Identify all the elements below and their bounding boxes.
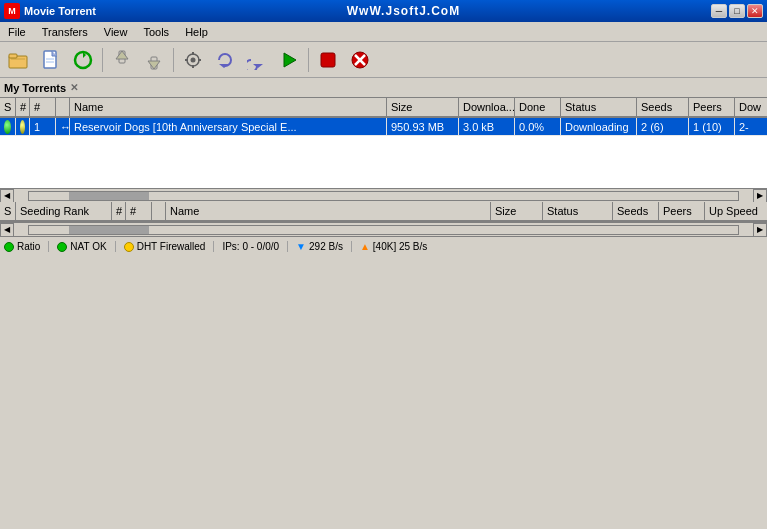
title-bar-left: M Movie Torrent bbox=[4, 3, 96, 19]
down-speed: 292 B/s bbox=[309, 241, 343, 252]
row-peers: 1 (10) bbox=[689, 118, 735, 135]
dht-label: DHT Firewalled bbox=[137, 241, 206, 252]
svg-point-12 bbox=[191, 57, 196, 62]
ratio-section: Ratio bbox=[4, 241, 49, 252]
col-hash[interactable]: # bbox=[16, 98, 30, 116]
menu-file[interactable]: File bbox=[0, 24, 34, 40]
upper-scroll-track[interactable] bbox=[28, 191, 739, 201]
menu-transfers[interactable]: Transfers bbox=[34, 24, 96, 40]
col-download-speed[interactable]: Downloa... bbox=[459, 98, 515, 116]
col-dow[interactable]: Dow bbox=[735, 98, 767, 116]
row-seeds: 2 (6) bbox=[637, 118, 689, 135]
menu-view[interactable]: View bbox=[96, 24, 136, 40]
toolbar-separator-1 bbox=[102, 48, 103, 72]
close-button[interactable]: ✕ bbox=[747, 4, 763, 18]
settings-button[interactable] bbox=[178, 46, 208, 74]
row-name: Reservoir Dogs [10th Anniversary Special… bbox=[70, 118, 387, 135]
lower-scroll-right-arrow[interactable]: ▶ bbox=[753, 223, 767, 237]
col-seeds[interactable]: Seeds bbox=[637, 98, 689, 116]
upper-scrollbar[interactable]: ◀ ▶ bbox=[0, 188, 767, 202]
lower-col-num[interactable]: # bbox=[126, 202, 152, 220]
svg-marker-18 bbox=[253, 64, 263, 68]
maximize-button[interactable]: □ bbox=[729, 4, 745, 18]
col-name[interactable]: Name bbox=[70, 98, 387, 116]
panel-close-button[interactable]: ✕ bbox=[70, 82, 78, 93]
lower-scroll-left-arrow[interactable]: ◀ bbox=[0, 223, 14, 237]
scroll-left-arrow[interactable]: ◀ bbox=[0, 189, 14, 203]
table-row[interactable]: 1 ↔ Reservoir Dogs [10th Anniversary Spe… bbox=[0, 118, 767, 136]
row-size: 950.93 MB bbox=[387, 118, 459, 135]
forward-button[interactable] bbox=[242, 46, 272, 74]
toolbar-separator-2 bbox=[173, 48, 174, 72]
upper-torrent-table: S # # Name Size Downloa... Done Status S… bbox=[0, 98, 767, 188]
dht-dot bbox=[124, 242, 134, 252]
row-dow: 2- bbox=[735, 118, 767, 135]
delete-button[interactable] bbox=[345, 46, 375, 74]
lower-col-hash[interactable]: # bbox=[112, 202, 126, 220]
down-arrow-icon: ▼ bbox=[296, 241, 306, 252]
yellow-status-icon bbox=[20, 120, 25, 134]
col-done[interactable]: Done bbox=[515, 98, 561, 116]
app-icon: M bbox=[4, 3, 20, 19]
col-s[interactable]: S bbox=[0, 98, 16, 116]
lower-scrollbar[interactable]: ◀ ▶ bbox=[0, 222, 767, 236]
upper-table-header: S # # Name Size Downloa... Done Status S… bbox=[0, 98, 767, 118]
svg-marker-10 bbox=[148, 61, 160, 69]
menu-help[interactable]: Help bbox=[177, 24, 216, 40]
up-arrow-icon: ▲ bbox=[360, 241, 370, 252]
nat-label: NAT OK bbox=[70, 241, 106, 252]
scroll-right-arrow[interactable]: ▶ bbox=[753, 189, 767, 203]
new-button[interactable] bbox=[36, 46, 66, 74]
nat-section: NAT OK bbox=[57, 241, 115, 252]
row-status: Downloading bbox=[561, 118, 637, 135]
svg-rect-1 bbox=[9, 54, 17, 58]
lower-col-seeds[interactable]: Seeds bbox=[613, 202, 659, 220]
svg-marker-19 bbox=[284, 53, 296, 67]
svg-marker-8 bbox=[116, 51, 128, 59]
app-title: Movie Torrent bbox=[24, 5, 96, 17]
up-speed-section: ▲ [40K] 25 B/s bbox=[360, 241, 435, 252]
status-bar: Ratio NAT OK DHT Firewalled IPs: 0 - 0/0… bbox=[0, 236, 767, 256]
menu-tools[interactable]: Tools bbox=[135, 24, 177, 40]
upload-up-button[interactable] bbox=[107, 46, 137, 74]
refresh-button[interactable] bbox=[68, 46, 98, 74]
open-file-button[interactable] bbox=[4, 46, 34, 74]
dht-section: DHT Firewalled bbox=[124, 241, 215, 252]
col-peers[interactable]: Peers bbox=[689, 98, 735, 116]
toolbar-separator-3 bbox=[308, 48, 309, 72]
lower-panel: S Seeding Rank # # Name Size Status Seed… bbox=[0, 202, 767, 222]
minimize-button[interactable]: ─ bbox=[711, 4, 727, 18]
row-s-icon bbox=[0, 118, 16, 135]
upload-down-button[interactable] bbox=[139, 46, 169, 74]
down-speed-section: ▼ 292 B/s bbox=[296, 241, 352, 252]
ratio-dot bbox=[4, 242, 14, 252]
col-size[interactable]: Size bbox=[387, 98, 459, 116]
row-done: 0.0% bbox=[515, 118, 561, 135]
start-button[interactable] bbox=[274, 46, 304, 74]
lower-col-seeding-rank[interactable]: Seeding Rank bbox=[16, 202, 112, 220]
col-status[interactable]: Status bbox=[561, 98, 637, 116]
lower-col-peers[interactable]: Peers bbox=[659, 202, 705, 220]
upper-scroll-thumb[interactable] bbox=[69, 192, 149, 200]
col-num[interactable]: # bbox=[30, 98, 56, 116]
cycle-button[interactable] bbox=[210, 46, 240, 74]
upper-panel-header: My Torrents ✕ bbox=[0, 78, 767, 98]
lower-col-name[interactable]: Name bbox=[166, 202, 491, 220]
row-second-icon bbox=[16, 118, 30, 135]
lower-scroll-track[interactable] bbox=[28, 225, 739, 235]
title-bar-watermark: WwW.JsoftJ.CoM bbox=[96, 4, 711, 18]
ratio-label: Ratio bbox=[17, 241, 40, 252]
lower-col-up-speed[interactable]: Up Speed bbox=[705, 202, 767, 220]
lower-scroll-thumb[interactable] bbox=[69, 226, 149, 234]
lower-col-s[interactable]: S bbox=[0, 202, 16, 220]
stop-button[interactable] bbox=[313, 46, 343, 74]
up-speed: [40K] 25 B/s bbox=[373, 241, 427, 252]
lower-col-status[interactable]: Status bbox=[543, 202, 613, 220]
lower-col-arrow bbox=[152, 202, 166, 220]
col-arrow bbox=[56, 98, 70, 116]
toolbar bbox=[0, 42, 767, 78]
nat-dot bbox=[57, 242, 67, 252]
row-arrow: ↔ bbox=[56, 118, 70, 135]
lower-table-header: S Seeding Rank # # Name Size Status Seed… bbox=[0, 202, 767, 222]
lower-col-size[interactable]: Size bbox=[491, 202, 543, 220]
